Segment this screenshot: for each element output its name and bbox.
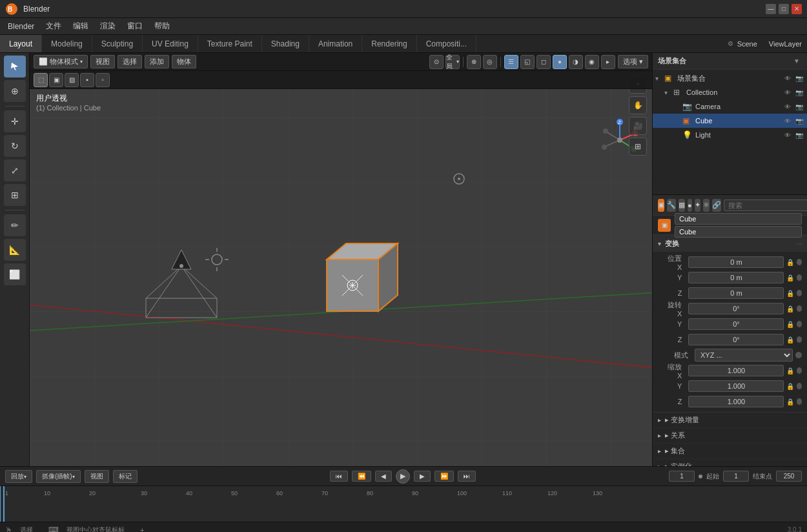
menu-file[interactable]: 文件 (41, 19, 66, 33)
tab-layout[interactable]: Layout (0, 35, 42, 52)
tool-scale[interactable]: ⤢ (4, 159, 26, 181)
view-menu[interactable]: 视图 (90, 55, 115, 68)
cam-render-icon[interactable]: 📷 (794, 101, 804, 112)
shading-extra-icon[interactable]: ▸ (601, 55, 615, 69)
prev-keyframe-btn[interactable]: ⏪ (352, 471, 371, 482)
select-menu[interactable]: 选择 (117, 55, 142, 68)
tool-cursor[interactable]: ⊕ (4, 80, 26, 102)
object-mode-selector[interactable]: ⬜ 物体模式 ▾ (34, 55, 88, 68)
jump-end-btn[interactable]: ⏭ (458, 471, 476, 482)
tool-transform[interactable]: ⊞ (4, 184, 26, 206)
cube-eye-icon[interactable]: 👁 (782, 116, 793, 126)
collection-section[interactable]: ▸ ▸ 集合 (653, 444, 807, 459)
relations-section[interactable]: ▸ ▸ 关系 (653, 428, 807, 444)
coll-render-icon[interactable]: 📷 (794, 87, 804, 97)
snap-face-icon[interactable]: ▪ (80, 73, 94, 87)
tab-uv-editing[interactable]: UV Editing (143, 35, 198, 52)
xray-icon[interactable]: ◱ (520, 55, 535, 69)
next-keyframe-btn[interactable]: ⏩ (434, 471, 454, 482)
cube-render-icon[interactable]: 📷 (794, 116, 804, 126)
marker-btn[interactable]: 标记 (113, 470, 138, 483)
shading-render-icon[interactable]: ◉ (585, 55, 599, 69)
proportional-edit-icon[interactable]: ◎ (483, 55, 497, 69)
props-icon-constraints[interactable]: 🔗 (712, 199, 721, 212)
light-eye-icon[interactable]: 👁 (782, 130, 793, 140)
rot-z-dot[interactable] (797, 336, 802, 343)
grid-view-button[interactable]: ⊞ (629, 138, 647, 156)
object-display-name-input[interactable] (675, 226, 802, 238)
props-icon-material[interactable]: ● (688, 199, 692, 212)
scale-y-lock-icon[interactable]: 🔒 (786, 383, 794, 390)
rot-x-lock-icon[interactable]: 🔒 (786, 305, 794, 312)
rotation-y-input[interactable] (688, 318, 784, 330)
position-z-input[interactable] (688, 287, 784, 299)
timeline-body[interactable]: 1 10 20 30 40 50 60 70 80 90 100 110 120… (0, 486, 807, 522)
scale-z-lock-icon[interactable]: 🔒 (786, 398, 794, 405)
rot-y-dot[interactable] (797, 321, 802, 327)
instancing-section[interactable]: ▸ ▸ 实例化 (653, 459, 807, 466)
pos-x-dot[interactable] (797, 259, 802, 265)
scale-x-input[interactable] (688, 365, 784, 376)
snap-edge-icon[interactable]: ▨ (65, 73, 79, 87)
global-local-selector[interactable]: 全局▾ (445, 55, 460, 69)
scene-settings-icon[interactable]: ⚙ (728, 40, 733, 47)
object-menu[interactable]: 物体 (172, 55, 196, 68)
snap-icon[interactable]: ⊕ (467, 55, 481, 69)
scale-z-dot[interactable] (797, 398, 802, 405)
transform-extra-section[interactable]: ▸ ▸ 变换增量 (653, 413, 807, 428)
scale-y-dot[interactable] (797, 383, 802, 389)
snap-vert-icon[interactable]: ▣ (49, 73, 63, 87)
keyframe-btn[interactable]: 抓像(插帧)▾ (36, 470, 81, 483)
overlay-icon[interactable]: ☰ (504, 55, 518, 69)
pos-x-lock-icon[interactable]: 🔒 (786, 259, 794, 266)
pos-z-lock-icon[interactable]: 🔒 (786, 290, 794, 297)
scale-x-dot[interactable] (797, 367, 802, 374)
object-name-input[interactable] (675, 213, 802, 225)
current-frame-input[interactable] (669, 471, 695, 482)
snap-box-icon[interactable]: ⬚ (34, 73, 48, 87)
scale-x-lock-icon[interactable]: 🔒 (786, 367, 794, 374)
tool-move[interactable]: ✛ (4, 110, 26, 132)
transform-pivot-icon[interactable]: ⊙ (429, 55, 444, 69)
cam-eye-icon[interactable]: 👁 (782, 101, 793, 112)
tool-select[interactable] (4, 56, 26, 77)
props-icon-object[interactable]: ▣ (658, 199, 664, 212)
tab-sculpting[interactable]: Sculpting (92, 35, 143, 52)
close-button[interactable]: ✕ (792, 4, 802, 14)
tab-animation[interactable]: Animation (309, 35, 362, 52)
jump-start-btn[interactable]: ⏮ (330, 471, 348, 482)
props-icon-particles[interactable]: ✦ (695, 199, 700, 212)
rot-x-dot[interactable] (797, 305, 802, 312)
outliner-collection[interactable]: ▾ ⊞ Collection 👁 📷 (653, 85, 807, 99)
shading-wire-icon[interactable]: ◻ (536, 55, 551, 69)
tool-annotate[interactable]: ✏ (4, 214, 26, 236)
tab-rendering[interactable]: Rendering (362, 35, 416, 52)
rotation-mode-select[interactable]: XYZ ... (695, 349, 793, 362)
snap-vol-icon[interactable]: ▫ (96, 73, 110, 87)
outliner-camera[interactable]: 📷 Camera 👁 📷 (653, 99, 807, 114)
tab-compositing[interactable]: Compositi... (417, 35, 476, 52)
tool-rotate[interactable]: ↻ (4, 135, 26, 157)
rot-y-lock-icon[interactable]: 🔒 (786, 321, 794, 328)
position-y-input[interactable] (688, 272, 784, 283)
menu-help[interactable]: 帮助 (149, 19, 175, 33)
pan-button[interactable]: ✋ (629, 96, 647, 114)
viewport[interactable]: ⬜ 物体模式 ▾ 视图 选择 添加 物体 ⊙ 全局▾ ⊕ ◎ ☰ ◱ (30, 53, 652, 466)
maximize-button[interactable]: □ (779, 4, 789, 14)
tool-add[interactable]: ⬜ (4, 263, 26, 285)
vis-render-icon[interactable]: 📷 (794, 73, 804, 83)
position-x-input[interactable] (688, 256, 784, 268)
options-button[interactable]: 选项 ▾ (618, 55, 648, 68)
play-button[interactable]: ▶ (396, 469, 410, 484)
props-icon-physics[interactable]: ⚛ (703, 199, 710, 212)
menu-render[interactable]: 渲染 (95, 19, 121, 33)
add-menu[interactable]: 添加 (145, 55, 169, 68)
props-icon-modifier[interactable]: 🔧 (667, 199, 676, 212)
mode-dot[interactable] (795, 352, 802, 358)
transform-section-header[interactable]: ▾ 变换 ··· (653, 235, 807, 252)
shading-solid-icon[interactable]: ● (553, 55, 567, 69)
minimize-button[interactable]: — (766, 4, 776, 14)
frame-start-input[interactable] (723, 471, 749, 482)
playback-btn[interactable]: 回放▾ (5, 470, 32, 483)
outliner-filter-icon[interactable]: ▼ (792, 56, 802, 66)
